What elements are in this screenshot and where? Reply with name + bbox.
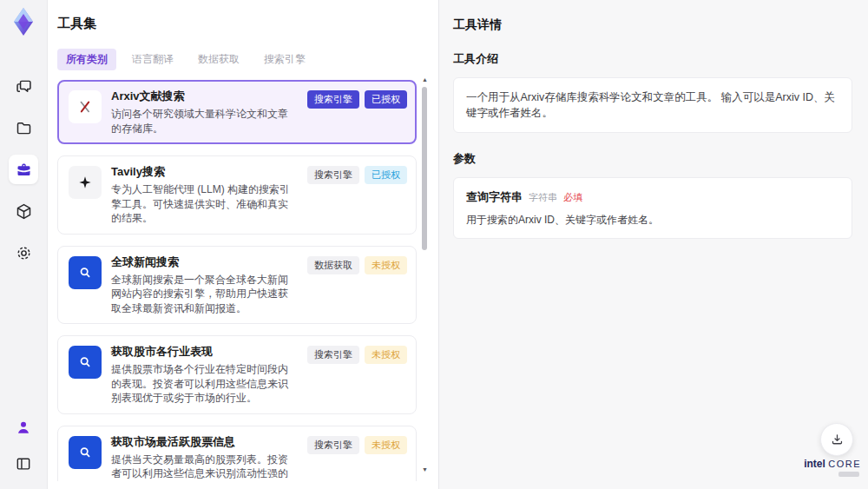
tool-title: 全球新闻搜索 bbox=[111, 254, 298, 270]
download-icon bbox=[830, 433, 845, 447]
tool-description: 提供当天交易量最高的股票列表。投资者可以利用这些信息来识别流动性强的股票和潜在的… bbox=[111, 453, 298, 482]
scroll-down-arrow-icon[interactable]: ▼ bbox=[422, 466, 428, 472]
tool-title: Tavily搜索 bbox=[111, 164, 298, 180]
rail-nav bbox=[9, 71, 38, 268]
news-search-logo-icon bbox=[69, 436, 102, 469]
left-rail bbox=[0, 0, 48, 489]
tool-description: 专为人工智能代理 (LLM) 构建的搜索引擎工具。可快速提供实时、准确和真实的结… bbox=[111, 182, 298, 226]
user-avatar-icon[interactable] bbox=[9, 413, 38, 442]
tool-card-global-news[interactable]: 全球新闻搜索 全球新闻搜索是一个聚合全球各大新闻网站内容的搜索引擎，帮助用户快速… bbox=[57, 246, 417, 325]
news-search-logo-icon bbox=[69, 256, 102, 289]
tool-card-tavily[interactable]: Tavily搜索 专为人工智能代理 (LLM) 构建的搜索引擎工具。可快速提供实… bbox=[57, 155, 417, 235]
auth-status-badge: 未授权 bbox=[365, 346, 407, 364]
brand-sub-badge bbox=[838, 472, 859, 477]
param-description: 用于搜索的Arxiv ID、关键字或作者姓名。 bbox=[466, 213, 839, 227]
tab-language-translation[interactable]: 语言翻译 bbox=[123, 49, 182, 70]
intel-core-logo: intel CORE bbox=[804, 458, 861, 477]
tool-detail-panel: 工具详情 工具介绍 一个用于从Arxiv存储库搜索科学论文和文章的工具。 输入可… bbox=[438, 0, 868, 489]
tool-description: 全球新闻搜索是一个聚合全球各大新闻网站内容的搜索引擎，帮助用户快速获取全球最新资… bbox=[111, 273, 298, 316]
auth-status-badge: 已授权 bbox=[365, 90, 407, 109]
auth-status-badge: 未授权 bbox=[365, 436, 407, 454]
intro-heading: 工具介绍 bbox=[453, 51, 852, 67]
category-badge: 数据获取 bbox=[307, 256, 359, 274]
toolset-title: 工具集 bbox=[57, 16, 417, 32]
list-scrollbar: ▲ ▼ bbox=[422, 76, 428, 478]
panel-toggle-icon[interactable] bbox=[9, 449, 38, 479]
params-heading: 参数 bbox=[453, 151, 852, 167]
auth-status-badge: 未授权 bbox=[365, 256, 407, 274]
brand-core-text: CORE bbox=[828, 459, 861, 469]
tool-description: 访问各个研究领域大量科学论文和文章的存储库。 bbox=[111, 107, 298, 135]
tab-data-fetch[interactable]: 数据获取 bbox=[189, 49, 248, 70]
param-type: 字符串 bbox=[529, 191, 557, 204]
intro-text: 一个用于从Arxiv存储库搜索科学论文和文章的工具。 输入可以是Arxiv ID… bbox=[466, 89, 839, 121]
category-badge: 搜索引擎 bbox=[307, 166, 359, 184]
gear-icon[interactable] bbox=[9, 238, 38, 268]
scroll-up-arrow-icon[interactable]: ▲ bbox=[422, 76, 428, 83]
news-search-logo-icon bbox=[69, 346, 102, 379]
tavily-star-logo-icon bbox=[69, 166, 102, 199]
tool-description: 提供股票市场各个行业在特定时间段内的表现。投资者可以利用这些信息来识别表现优于或… bbox=[111, 362, 298, 406]
param-name: 查询字符串 bbox=[466, 189, 523, 205]
detail-title: 工具详情 bbox=[453, 17, 852, 33]
download-button[interactable] bbox=[820, 423, 853, 456]
briefcase-icon[interactable] bbox=[9, 155, 38, 184]
scrollbar-thumb[interactable] bbox=[422, 87, 427, 250]
auth-status-badge: 已授权 bbox=[365, 166, 407, 184]
tool-card-list: Arxiv文献搜索 访问各个研究领域大量科学论文和文章的存储库。 搜索引擎 已授… bbox=[57, 80, 417, 481]
category-badge: 搜索引擎 bbox=[307, 436, 359, 454]
cube-icon[interactable] bbox=[9, 196, 38, 226]
category-tabs: 所有类别 语言翻译 数据获取 搜索引擎 bbox=[57, 49, 417, 70]
category-badge: 搜索引擎 bbox=[307, 346, 359, 364]
brand-intel-text: intel bbox=[804, 458, 825, 470]
tool-card-sector-performance[interactable]: 获取股市各行业表现 提供股票市场各个行业在特定时间段内的表现。投资者可以利用这些… bbox=[57, 335, 417, 414]
tool-title: Arxiv文献搜索 bbox=[111, 89, 298, 104]
toolset-panel: 工具集 所有类别 语言翻译 数据获取 搜索引擎 Arxiv文献搜索 访问各个研究… bbox=[48, 0, 438, 489]
app-logo-icon bbox=[10, 7, 37, 36]
tool-card-most-active-stocks[interactable]: 获取市场最活跃股票信息 提供当天交易量最高的股票列表。投资者可以利用这些信息来识… bbox=[57, 426, 417, 482]
tool-title: 获取股市各行业表现 bbox=[111, 344, 298, 360]
param-card: 查询字符串 字符串 必填 用于搜索的Arxiv ID、关键字或作者姓名。 bbox=[453, 177, 852, 239]
tab-all-categories[interactable]: 所有类别 bbox=[57, 49, 116, 70]
folder-icon[interactable] bbox=[9, 113, 38, 142]
chat-icon[interactable] bbox=[9, 71, 38, 101]
tool-title: 获取市场最活跃股票信息 bbox=[111, 434, 298, 450]
category-badge: 搜索引擎 bbox=[307, 90, 359, 109]
tool-card-arxiv[interactable]: Arxiv文献搜索 访问各个研究领域大量科学论文和文章的存储库。 搜索引擎 已授… bbox=[57, 80, 417, 144]
param-required-badge: 必填 bbox=[563, 191, 582, 204]
tab-search-engine[interactable]: 搜索引擎 bbox=[255, 49, 314, 70]
intro-card: 一个用于从Arxiv存储库搜索科学论文和文章的工具。 输入可以是Arxiv ID… bbox=[453, 77, 852, 133]
arxiv-logo-icon bbox=[69, 90, 102, 123]
